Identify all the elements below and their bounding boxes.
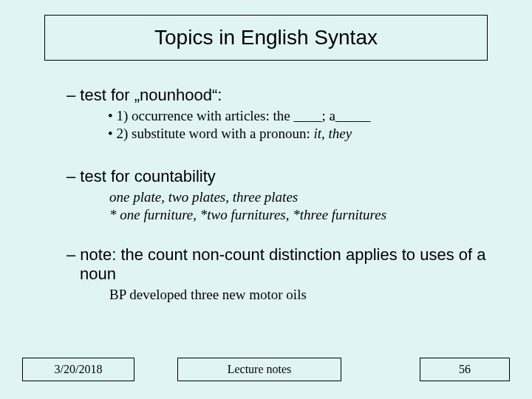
point-nounhood: test for „nounhood“: <box>52 86 495 105</box>
example-motor-oils: BP developed three new motor oils <box>52 287 495 303</box>
subpoint-pronoun-examples: it, they <box>313 126 352 141</box>
example-uncountable: * one furniture, *two furnitures, *three… <box>52 207 495 223</box>
slide: Topics in English Syntax test for „nounh… <box>0 0 532 399</box>
footer-center: Lecture notes <box>177 358 341 381</box>
footer-date: 3/20/2018 <box>22 358 134 381</box>
subpoint-articles: 1) occurrence with articles: the ____; a… <box>52 108 495 124</box>
example-countable: one plate, two plates, three plates <box>52 189 495 205</box>
footer-page-number: 56 <box>420 358 510 381</box>
subpoint-pronoun-text: 2) substitute word with a pronoun: <box>116 126 313 141</box>
footer: 3/20/2018 Lecture notes 56 <box>0 358 532 383</box>
slide-title: Topics in English Syntax <box>44 15 488 61</box>
point-note: note: the count non-count distinction ap… <box>52 245 495 284</box>
subpoint-pronoun: 2) substitute word with a pronoun: it, t… <box>52 126 495 142</box>
point-countability: test for countability <box>52 167 495 186</box>
slide-body: test for „nounhood“: 1) occurrence with … <box>52 81 495 304</box>
